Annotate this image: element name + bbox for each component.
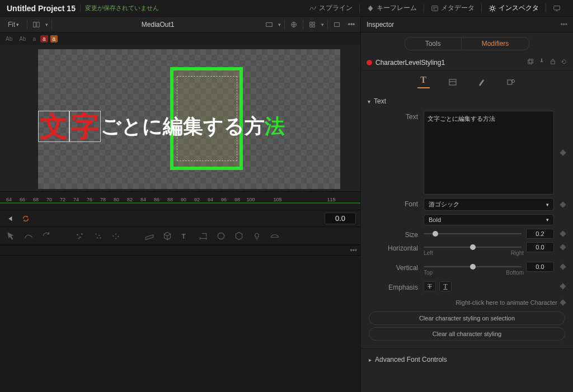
tool-curve-icon[interactable] — [24, 231, 34, 241]
keyframe-diamond[interactable] — [560, 201, 566, 207]
tool-particles3-icon[interactable] — [111, 231, 121, 241]
nav-spline[interactable]: スプライン — [303, 1, 358, 15]
inspector-title: Inspector — [367, 21, 394, 29]
svg-rect-9 — [310, 25, 312, 27]
svg-point-1 — [491, 7, 494, 10]
inspector-more-button[interactable]: ••• — [560, 21, 567, 29]
emphasis-strikethrough-button[interactable]: T — [424, 281, 436, 291]
svg-point-13 — [79, 236, 81, 238]
nav-keyframes[interactable]: キーフレーム — [361, 1, 422, 15]
viewer-globe-button[interactable] — [288, 19, 299, 30]
section-advanced-header[interactable]: ▸ Advanced Font Controls — [361, 348, 573, 370]
nav-metadata[interactable]: メタデータ — [425, 1, 480, 15]
zoom-fit-button[interactable]: Fit▾ — [3, 20, 24, 30]
time-ruler[interactable]: 6466687072747678808284868890929496981001… — [0, 191, 360, 204]
viewer-single-button[interactable] — [331, 19, 342, 30]
flow-more-button[interactable]: ••• — [350, 247, 357, 254]
svg-point-19 — [100, 237, 101, 238]
viewer-more-button[interactable]: ••• — [346, 19, 357, 30]
modifier-name: CharacterLevelStyling1 — [375, 59, 445, 67]
svg-rect-3 — [34, 22, 36, 27]
keyframe-diamond[interactable] — [560, 230, 566, 237]
ab-chip[interactable]: Ab — [17, 35, 28, 42]
text-input[interactable] — [424, 111, 554, 195]
tool-text3d-icon[interactable]: T — [180, 231, 190, 241]
vertical-value[interactable]: 0.0 — [526, 262, 554, 272]
font-family-select[interactable]: 游ゴシック▾ — [424, 198, 554, 211]
tool-camera-icon[interactable] — [270, 231, 280, 241]
tool-dims-icon[interactable] — [198, 231, 208, 241]
loop-button[interactable] — [20, 213, 31, 224]
clear-all-button[interactable]: Clear all character styling — [369, 327, 565, 341]
tool-plane-icon[interactable] — [144, 231, 154, 241]
scrub-bar[interactable] — [0, 204, 360, 210]
nav-inspector[interactable]: インスペクタ — [483, 1, 544, 15]
keyframe-diamond[interactable] — [560, 283, 566, 289]
horizontal-value[interactable]: 0.0 — [526, 242, 554, 252]
horizontal-slider[interactable] — [424, 243, 522, 251]
versions-icon[interactable] — [527, 58, 534, 67]
ab-chip[interactable]: a — [30, 35, 38, 42]
lock-icon[interactable] — [549, 58, 556, 67]
chevron-right-icon: ▸ — [369, 357, 372, 363]
tool-particles1-icon[interactable] — [75, 231, 85, 241]
tool-redo-icon[interactable] — [41, 231, 51, 241]
metadata-icon — [431, 4, 439, 12]
svg-point-22 — [118, 236, 119, 237]
ab-chip-active[interactable]: a — [50, 35, 58, 42]
tab-modifiers[interactable]: Modifiers — [462, 37, 530, 50]
goto-start-button[interactable] — [4, 213, 16, 224]
pin-icon[interactable] — [538, 58, 545, 67]
timecode-display[interactable]: 0.0 — [325, 212, 356, 224]
inspector-panel: Inspector ••• Tools Modifiers CharacterL… — [360, 17, 573, 392]
viewer-grid-button[interactable] — [307, 19, 318, 30]
label-font: Font — [369, 198, 424, 208]
viewer-header: Fit▾ ▾ MediaOut1 ▾ ▾ ••• — [0, 17, 360, 32]
tool-sphere-icon[interactable] — [216, 231, 226, 241]
keyframe-diamond[interactable] — [560, 149, 566, 155]
viewport[interactable]: 文字ごとに編集する方法 — [0, 45, 360, 191]
size-value[interactable]: 0.2 — [526, 229, 554, 239]
flow-area[interactable]: ••• — [0, 245, 360, 392]
vertical-slider[interactable] — [424, 263, 522, 271]
svg-point-25 — [218, 233, 224, 239]
viewer-panel: Fit▾ ▾ MediaOut1 ▾ ▾ ••• Ab Ab a a a — [0, 17, 360, 392]
ab-chip-active[interactable]: a — [40, 35, 48, 42]
label-size: Size — [369, 229, 424, 239]
size-slider[interactable] — [424, 230, 522, 238]
reset-icon[interactable] — [561, 58, 567, 67]
viewer-aspect-button[interactable] — [264, 19, 275, 30]
svg-text:T: T — [181, 232, 186, 240]
layout-split-button[interactable] — [31, 19, 42, 30]
subtab-settings[interactable] — [505, 76, 517, 88]
keyframe-diamond[interactable] — [560, 299, 566, 305]
tool-particles2-icon[interactable] — [93, 231, 103, 241]
nav-dual-view[interactable] — [547, 2, 566, 15]
animate-hint[interactable]: Right-click here to animate Character — [369, 299, 557, 306]
unsaved-indicator: 変更が保存されていません — [80, 4, 159, 12]
svg-rect-27 — [528, 60, 532, 64]
label-text: Text — [369, 111, 424, 121]
tool-light-icon[interactable] — [252, 231, 262, 241]
tool-cube2-icon[interactable] — [234, 231, 244, 241]
tab-tools[interactable]: Tools — [405, 37, 462, 50]
node-enable-toggle[interactable] — [367, 60, 372, 65]
node-toolbox-row: T — [0, 227, 360, 245]
title-bar: Untitled Project 15 変更が保存されていません スプライン キ… — [0, 0, 573, 17]
ab-chip[interactable]: Ab — [3, 35, 15, 42]
emphasis-underline-button[interactable]: T — [439, 281, 452, 291]
keyframe-diamond[interactable] — [560, 244, 566, 250]
subtab-text[interactable]: T — [417, 76, 430, 88]
keyframe-diamond[interactable] — [560, 263, 566, 270]
tool-pointer-icon[interactable] — [6, 231, 16, 241]
section-text-header[interactable]: ▾ Text — [361, 92, 573, 111]
subtab-shading[interactable] — [476, 76, 488, 88]
subtab-layout[interactable] — [447, 76, 459, 88]
font-weight-select[interactable]: Bold▾ — [424, 214, 554, 225]
svg-rect-2 — [554, 6, 560, 10]
svg-point-26 — [255, 233, 259, 237]
svg-point-18 — [97, 237, 98, 238]
tool-cube-icon[interactable] — [162, 231, 172, 241]
clear-selection-button[interactable]: Clear character styling on selection — [369, 311, 565, 325]
svg-point-20 — [112, 235, 114, 236]
